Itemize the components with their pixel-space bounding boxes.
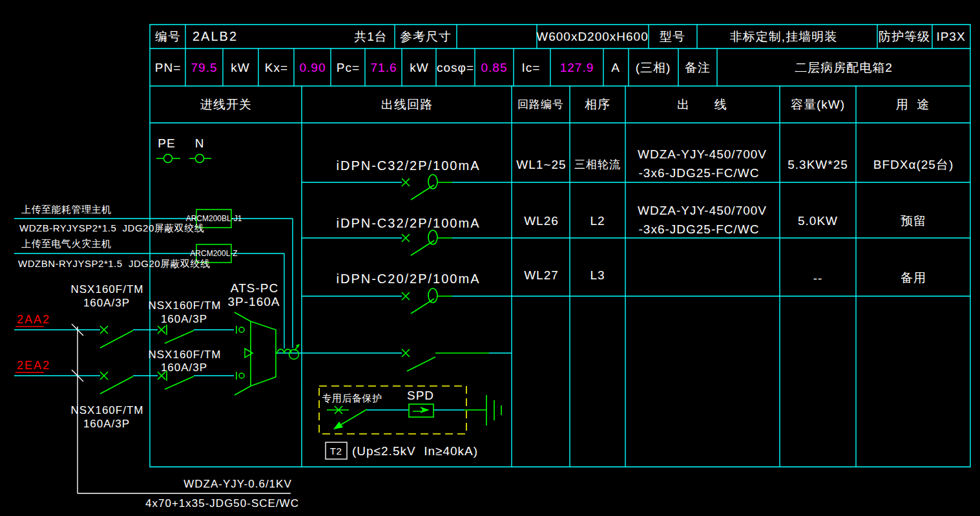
panel-id: 2ALB2 [193,30,238,43]
row1-phase: 三相轮流 [574,159,621,170]
upload-energy-cable-spec: WDZB-RYJYSP2*1.5 JDG20屏蔽双绞线 [19,223,204,233]
row1-cable-line1: WDZA-YJY-450/700V [638,148,767,160]
row3-circuit-no: WL27 [524,269,559,281]
feeder1-label: 2AA2 [17,314,50,325]
nsx-breaker2-line2: 160A/3P [161,314,207,325]
ip-rating-label: 防护等级 [879,30,930,43]
ats-label-line1: ATS-PC [231,282,278,294]
n-bus-label: N [195,137,205,149]
nsx-breaker4-line1: NSX160F/TM [71,405,144,416]
row3-breaker-label: iDPN-C20/2P/100mA [337,272,481,285]
ref-size-value: W600xD200xH600 [536,30,648,43]
col-incoming-switch: 进线开关 [200,98,252,111]
distribution-panel-drawing: 编号 2ALB2 共1台 参考尺寸 W600xD200xH600 型号 非标定制… [0,0,980,516]
table-grid-lines [14,25,970,467]
ats-direction-triangle [245,349,253,358]
panel-quantity: 共1台 [354,30,388,43]
col-purpose: 用 途 [896,98,930,111]
cos-phi-label: cosφ= [437,61,474,74]
col-circuit-no: 回路编号 [517,99,564,110]
spd-class-label: T2 [330,446,342,456]
nsx-breaker3-line1: NSX160F/TM [149,349,222,360]
rcd-ring-1 [428,175,437,189]
row1-circuit-no: WL1~25 [516,158,566,171]
cos-phi-value: 0.85 [481,61,508,74]
spd-device-box [409,404,433,417]
nsx-breaker1-line2: 160A/3P [83,297,130,308]
panel-no-label: 编号 [155,30,181,43]
pn-value: 79.5 [191,61,218,74]
phase-note: (三相) [636,61,671,74]
row3-capacity: -- [813,272,823,285]
row2-breaker-label: iDPN-C32/2P/100mA [337,217,481,230]
incoming-cable-spec-line1: WDZA-YJY-0.6/1KV [183,478,291,489]
n-terminal [196,155,204,163]
pc-value: 71.6 [371,61,397,74]
col-outgoing-cable: 出 线 [677,98,727,111]
pe-bus-label: PE [158,137,175,149]
pn-unit: kW [231,61,249,74]
row2-circuit-no: WL26 [524,215,559,227]
row2-cable-line2: -3x6-JDG25-FC/WC [638,223,759,235]
ats-contact-1 [239,327,244,332]
energy-meter-symbol [289,350,299,360]
nsx-breaker2-line1: NSX160F/TM [149,300,222,311]
backup-protection-arrowhead [333,422,343,429]
row2-cable-line1: WDZA-YJY-450/700V [638,204,767,217]
col-phase: 相序 [585,98,610,111]
pc-label: Pc= [337,61,360,74]
pn-label: PN= [155,61,182,74]
col-outgoing-circuit: 出线回路 [381,98,433,111]
row2-purpose: 预留 [901,215,926,227]
upload-fire-host-label: 上传至电气火灾主机 [21,239,112,248]
row2-phase: L2 [590,215,605,227]
row1-breaker-label: iDPN-C32/2P/100mA [337,159,481,172]
upload-energy-host-label: 上传至能耗管理主机 [21,204,112,214]
kx-label: Kx= [265,61,288,74]
rcd-ring-3 [428,288,437,303]
kx-value: 0.90 [300,61,326,74]
ic-unit: A [611,61,620,74]
row1-purpose: BFDXα(25台) [873,158,954,171]
backup-protection-label: 专用后备保护 [322,393,382,403]
row2-capacity: 5.0KW [798,215,838,227]
spd-params-label: (Up≤2.5kV In≥40kA) [352,445,478,457]
ats-label-line2: 3P-160A [228,296,280,308]
feeder2-label: 2EA2 [17,360,50,371]
pc-unit: kW [410,61,428,74]
arcm-meter2-label: ARCM200L-Z [190,250,237,257]
ic-label: Ic= [522,61,541,74]
col-capacity: 容量(kW) [791,98,845,111]
row3-purpose: 备用 [901,272,926,284]
nsx-breaker4-line2: 160A/3P [83,418,130,429]
row1-cable-line2: -3x6-JDG25-FC/WC [638,167,759,179]
arcm-meter1-label: ARCM200BL-J1 [186,215,242,222]
breaker-and-ats-symbols [100,158,501,426]
ip-rating-value: IP3X [936,30,965,43]
rcd-ring-2 [428,230,437,244]
pe-terminal [164,155,172,163]
ic-value: 127.9 [560,61,594,74]
nsx-breaker1-line1: NSX160F/TM [71,284,144,295]
upload-fire-cable-spec: WDZBN-RYJYSP2*1.5 JDG20屏蔽双绞线 [18,259,211,268]
remark-value: 二层病房配电箱2 [795,61,893,74]
row3-phase: L3 [590,269,605,281]
nsx-breaker3-line2: 160A/3P [161,362,207,373]
row1-capacity: 5.3KW*25 [787,158,848,171]
ref-size-label: 参考尺寸 [400,30,452,43]
remark-label: 备注 [685,61,711,74]
incoming-cable-spec-line2: 4x70+1x35-JDG50-SCE/WC [145,498,299,509]
model-value: 非标定制,挂墙明装 [730,30,837,43]
ats-contact-2 [239,373,244,378]
spd-label: SPD [407,389,434,402]
model-label: 型号 [660,30,685,43]
